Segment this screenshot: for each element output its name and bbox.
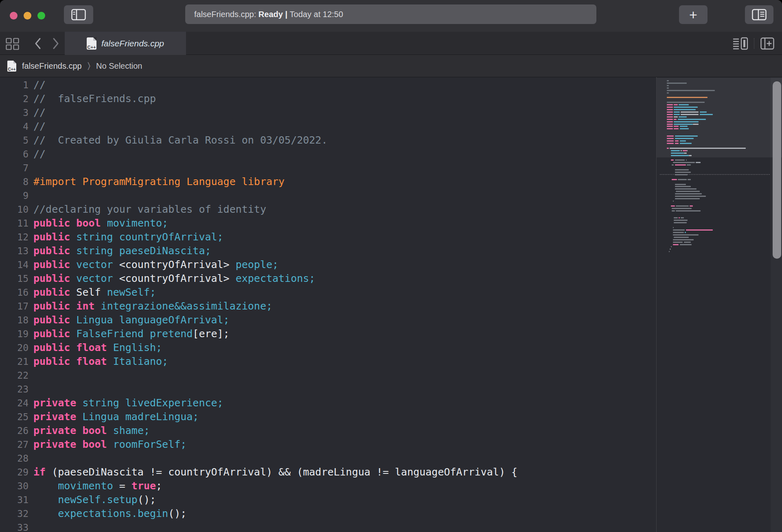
add-editor-icon[interactable] bbox=[760, 37, 774, 50]
code-line[interactable]: 15public vector <countryOfArrival> expec… bbox=[0, 272, 656, 286]
code-token: true bbox=[131, 480, 156, 492]
minimap-line bbox=[671, 150, 680, 151]
code-line[interactable]: 30 movimento = true; bbox=[0, 479, 656, 493]
minimap[interactable] bbox=[656, 77, 782, 532]
code-token: // bbox=[33, 120, 46, 132]
scrollbar-thumb[interactable] bbox=[773, 81, 781, 259]
code-line[interactable]: 7 bbox=[0, 161, 656, 175]
code-line[interactable]: 20public float English; bbox=[0, 341, 656, 355]
code-line[interactable]: 29if (paeseDiNascita != countryOfArrival… bbox=[0, 465, 656, 479]
code-line[interactable]: 10//declaring your variables of identity bbox=[0, 203, 656, 216]
related-items-grid-icon[interactable] bbox=[6, 38, 20, 50]
code-area[interactable]: 1//2// falseFriends.cpp3//4//5// Created… bbox=[0, 77, 656, 532]
code-line[interactable]: 23 bbox=[0, 382, 656, 396]
breadcrumb-file[interactable]: falseFriends.cpp bbox=[22, 61, 82, 71]
code-line[interactable]: 4// bbox=[0, 120, 656, 133]
minimap-line bbox=[672, 208, 692, 209]
line-number[interactable]: 10 bbox=[0, 203, 33, 216]
line-number[interactable]: 22 bbox=[0, 368, 33, 382]
minimap-line bbox=[673, 234, 699, 235]
line-number[interactable]: 6 bbox=[0, 147, 33, 161]
minimap-line bbox=[674, 119, 677, 120]
code-line[interactable]: 26private bool shame; bbox=[0, 424, 656, 438]
line-number[interactable]: 21 bbox=[0, 355, 33, 368]
line-number[interactable]: 19 bbox=[0, 327, 33, 341]
adjust-editor-options-icon[interactable] bbox=[733, 37, 749, 50]
code-line[interactable]: 22 bbox=[0, 368, 656, 382]
line-number[interactable]: 15 bbox=[0, 272, 33, 286]
code-line[interactable]: 11public bool movimento; bbox=[0, 216, 656, 230]
code-line[interactable]: 16public Self newSelf; bbox=[0, 286, 656, 299]
close-button[interactable] bbox=[10, 12, 18, 20]
line-number[interactable]: 13 bbox=[0, 244, 33, 258]
code-line[interactable]: 25private Lingua madreLingua; bbox=[0, 410, 656, 424]
line-number[interactable]: 28 bbox=[0, 451, 33, 465]
line-number[interactable]: 24 bbox=[0, 396, 33, 410]
code-line[interactable]: 14public vector <countryOfArrival> peopl… bbox=[0, 258, 656, 272]
line-number[interactable]: 18 bbox=[0, 313, 33, 327]
line-number[interactable]: 32 bbox=[0, 507, 33, 521]
minimap-line bbox=[667, 135, 674, 137]
editor-layout-button[interactable] bbox=[745, 5, 773, 24]
line-number[interactable]: 29 bbox=[0, 465, 33, 479]
line-number[interactable]: 4 bbox=[0, 120, 33, 133]
zoom-button[interactable] bbox=[37, 12, 45, 20]
line-number[interactable]: 23 bbox=[0, 382, 33, 396]
forward-chevron-icon[interactable] bbox=[52, 37, 59, 50]
line-number[interactable]: 5 bbox=[0, 133, 33, 147]
line-number[interactable]: 16 bbox=[0, 286, 33, 299]
line-number[interactable]: 27 bbox=[0, 438, 33, 451]
line-number[interactable]: 25 bbox=[0, 410, 33, 424]
minimap-line bbox=[667, 109, 673, 110]
code-token: public bbox=[33, 355, 76, 367]
code-line[interactable]: 32 expectations.begin(); bbox=[0, 507, 656, 521]
toggle-navigator-button[interactable] bbox=[64, 5, 93, 24]
code-line[interactable]: 21public float Italiano; bbox=[0, 355, 656, 368]
code-line[interactable]: 2// falseFriends.cpp bbox=[0, 92, 656, 106]
code-line[interactable]: 27private bool roomForSelf; bbox=[0, 438, 656, 451]
minimap-line bbox=[681, 150, 681, 151]
minimap-line bbox=[667, 92, 669, 94]
line-number[interactable]: 3 bbox=[0, 106, 33, 120]
code-line[interactable]: 13public string paeseDiNascita; bbox=[0, 244, 656, 258]
code-line[interactable]: 1// bbox=[0, 78, 656, 92]
xcode-window: falseFriends.cpp: Ready | Today at 12:50… bbox=[0, 0, 782, 532]
line-number[interactable]: 30 bbox=[0, 479, 33, 493]
code-line[interactable]: 6// bbox=[0, 147, 656, 161]
code-line[interactable]: 17public int integrazione&&assimilazione… bbox=[0, 299, 656, 313]
breadcrumb-section[interactable]: No Selection bbox=[96, 61, 142, 71]
back-chevron-icon[interactable] bbox=[34, 37, 42, 50]
line-number[interactable]: 14 bbox=[0, 258, 33, 272]
code-line[interactable]: 24private string livedExperience; bbox=[0, 396, 656, 410]
line-number[interactable]: 7 bbox=[0, 161, 33, 175]
code-line[interactable]: 19public FalseFriend pretend[ere]; bbox=[0, 327, 656, 341]
line-number[interactable]: 17 bbox=[0, 299, 33, 313]
line-number[interactable]: 11 bbox=[0, 216, 33, 230]
code-line[interactable]: 5// Created by Giulia Carla Rossi on 03/… bbox=[0, 133, 656, 147]
line-number[interactable]: 9 bbox=[0, 189, 33, 203]
code-line[interactable]: 9 bbox=[0, 189, 656, 203]
code-line[interactable]: 31 newSelf.setup(); bbox=[0, 493, 656, 507]
line-number[interactable]: 2 bbox=[0, 92, 33, 106]
code-line[interactable]: 3// bbox=[0, 106, 656, 120]
line-number[interactable]: 12 bbox=[0, 230, 33, 244]
minimap-line bbox=[675, 193, 702, 194]
line-number[interactable]: 8 bbox=[0, 175, 33, 189]
line-number[interactable]: 26 bbox=[0, 424, 33, 438]
code-token: public bbox=[33, 328, 76, 340]
minimap-line bbox=[671, 159, 674, 161]
minimize-button[interactable] bbox=[24, 12, 31, 20]
code-line[interactable]: 28 bbox=[0, 451, 656, 465]
code-token: float bbox=[76, 355, 113, 367]
line-number[interactable]: 1 bbox=[0, 78, 33, 92]
line-number[interactable]: 20 bbox=[0, 341, 33, 355]
code-line[interactable]: 8#import ProgramMigrating Language libra… bbox=[0, 175, 656, 189]
tab-falsefriends[interactable]: C++ falseFriends.cpp bbox=[65, 32, 186, 55]
code-line[interactable]: 12public string countryOfArrival; bbox=[0, 230, 656, 244]
code-line[interactable]: 33 bbox=[0, 521, 656, 532]
code-line[interactable]: 18public Lingua languageOfArrival; bbox=[0, 313, 656, 327]
line-number[interactable]: 31 bbox=[0, 493, 33, 507]
library-add-button[interactable]: + bbox=[679, 5, 708, 24]
minimap-line bbox=[673, 229, 685, 231]
line-number[interactable]: 33 bbox=[0, 521, 33, 532]
